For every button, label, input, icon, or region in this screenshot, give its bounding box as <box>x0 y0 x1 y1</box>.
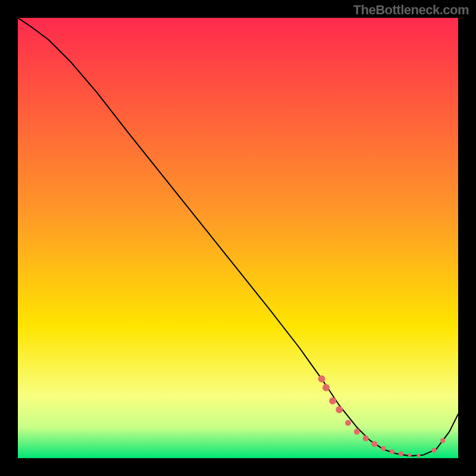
chart-background <box>18 18 458 458</box>
data-marker <box>318 375 325 383</box>
data-marker <box>363 436 369 441</box>
data-marker <box>399 452 403 456</box>
data-marker <box>408 453 412 457</box>
data-marker <box>371 441 377 447</box>
data-marker <box>390 449 394 454</box>
watermark-text: TheBottleneck.com <box>353 2 469 18</box>
data-marker <box>416 454 420 458</box>
data-marker <box>440 438 445 443</box>
chart-plot-area <box>18 18 458 458</box>
data-marker <box>345 420 351 426</box>
data-marker <box>322 384 330 392</box>
chart-svg <box>18 18 458 458</box>
data-marker <box>329 397 336 405</box>
data-marker <box>354 429 360 435</box>
data-marker <box>431 448 436 453</box>
data-marker <box>336 406 343 414</box>
data-marker <box>381 446 386 451</box>
